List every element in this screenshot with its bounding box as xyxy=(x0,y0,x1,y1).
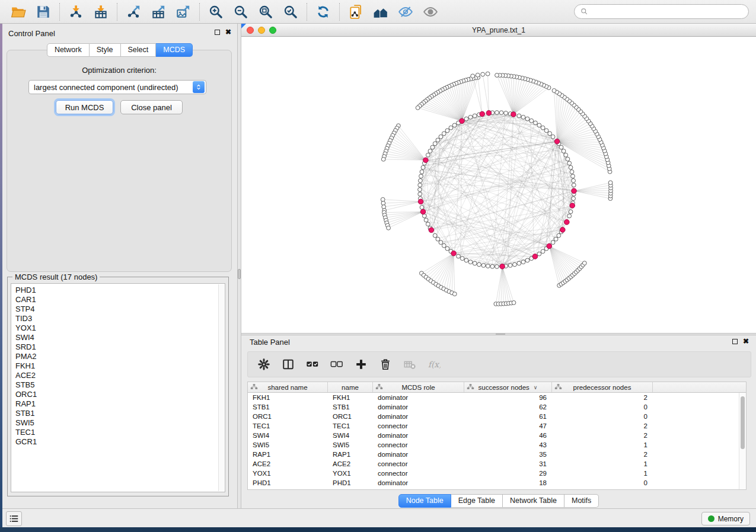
column-label: successor nodes xyxy=(479,384,529,391)
float-panel-icon[interactable] xyxy=(215,30,220,35)
table-cell: PHD1 xyxy=(328,478,373,488)
columns-icon[interactable] xyxy=(282,358,295,371)
list-item[interactable]: TEC1 xyxy=(15,428,225,437)
search-input[interactable] xyxy=(592,8,743,16)
table-row[interactable]: PHD1PHD1dominator180 xyxy=(248,478,746,488)
tab-network[interactable]: Network xyxy=(47,43,90,57)
column-header[interactable]: MCDS role xyxy=(373,382,464,392)
select-all-icon[interactable] xyxy=(306,358,319,371)
zoom-fit-icon[interactable] xyxy=(258,4,273,20)
search-box[interactable] xyxy=(574,4,749,19)
list-item[interactable]: GCR1 xyxy=(15,437,225,447)
close-panel-icon[interactable]: ✖ xyxy=(225,29,231,35)
table-cell: ACE2 xyxy=(328,459,373,469)
table-row[interactable]: SWI4SWI4dominator462 xyxy=(248,431,746,440)
tab-motifs[interactable]: Motifs xyxy=(564,494,599,508)
tab-network-table[interactable]: Network Table xyxy=(503,494,564,508)
import-table-icon[interactable] xyxy=(93,4,109,20)
network-title: YPA_prune.txt_1 xyxy=(241,26,756,34)
table-cell: 0 xyxy=(552,402,653,412)
table-row[interactable]: TEC1TEC1connector472 xyxy=(248,421,746,431)
splitter-grip[interactable] xyxy=(238,269,241,279)
deselect-all-icon[interactable] xyxy=(330,358,343,371)
sort-menu-icon[interactable]: ∨ xyxy=(534,384,538,390)
table-scrollbar[interactable] xyxy=(739,393,746,489)
tab-style[interactable]: Style xyxy=(90,43,121,57)
optimization-criterion-select[interactable]: largest connected component (undirected) xyxy=(28,80,206,94)
column-header[interactable]: shared name xyxy=(248,382,328,392)
run-mcds-button[interactable]: Run MCDS xyxy=(56,100,113,114)
save-icon[interactable] xyxy=(36,4,51,20)
list-item[interactable]: PHD1 xyxy=(15,286,225,295)
table-row[interactable]: STB1STB1dominator620 xyxy=(248,402,746,412)
mcds-scrollbar[interactable] xyxy=(218,284,224,491)
list-item[interactable]: SWI4 xyxy=(15,333,225,342)
import-network-icon[interactable] xyxy=(68,4,84,20)
show-details-icon[interactable] xyxy=(423,4,438,20)
column-header[interactable]: successor nodes∨ xyxy=(464,382,552,392)
tab-mcds[interactable]: MCDS xyxy=(156,43,193,57)
list-item[interactable]: FKH1 xyxy=(15,361,225,371)
delete-icon[interactable] xyxy=(379,358,392,371)
hide-details-icon[interactable] xyxy=(398,4,413,20)
table-row[interactable]: FKH1FKH1dominator962 xyxy=(248,393,746,402)
list-item[interactable]: RAP1 xyxy=(15,399,225,409)
open-file-icon[interactable] xyxy=(11,4,26,20)
zoom-out-icon[interactable] xyxy=(233,4,248,20)
list-item[interactable]: STP4 xyxy=(15,305,225,314)
tab-select[interactable]: Select xyxy=(121,43,157,57)
table-row[interactable]: ORC1ORC1dominator610 xyxy=(248,412,746,421)
list-item[interactable]: PMA2 xyxy=(15,352,225,361)
list-item[interactable]: CAR1 xyxy=(15,295,225,305)
list-item[interactable]: YOX1 xyxy=(15,323,225,333)
memory-button[interactable]: Memory xyxy=(701,512,750,525)
list-item[interactable]: SRD1 xyxy=(15,342,225,352)
delete-table-icon xyxy=(403,358,416,371)
list-item[interactable]: STB5 xyxy=(15,380,225,390)
add-icon[interactable] xyxy=(355,358,368,371)
export-table-icon[interactable] xyxy=(151,4,166,20)
table-cell: dominator xyxy=(373,393,464,402)
table-cell: dominator xyxy=(373,478,464,488)
list-item[interactable]: SWI5 xyxy=(15,418,225,428)
mcds-result-list[interactable]: PHD1CAR1STP4TID3YOX1SWI4SRD1PMA2FKH1ACE2… xyxy=(11,283,225,492)
home-icon[interactable] xyxy=(373,4,388,20)
table-cell: STB1 xyxy=(328,402,373,412)
table-row[interactable]: YOX1YOX1connector291 xyxy=(248,469,746,478)
refresh-icon[interactable] xyxy=(315,4,331,20)
list-item[interactable]: STB1 xyxy=(15,409,225,418)
network-view[interactable] xyxy=(241,37,756,333)
vertical-splitter[interactable] xyxy=(237,24,241,508)
table-row[interactable]: RAP1RAP1dominator352 xyxy=(248,450,746,459)
column-header[interactable]: predecessor nodes xyxy=(552,382,653,392)
float-panel-icon[interactable] xyxy=(732,339,738,344)
table-row[interactable]: ACE2ACE2connector311 xyxy=(248,459,746,469)
node-table[interactable]: shared namenameMCDS rolesuccessor nodes∨… xyxy=(247,382,747,490)
table-cell: SWI5 xyxy=(248,440,328,450)
share-document-icon[interactable] xyxy=(348,4,363,20)
table-row[interactable]: SWI5SWI5connector431 xyxy=(248,440,746,450)
settings-gear-icon[interactable] xyxy=(257,358,270,371)
export-network-icon[interactable] xyxy=(126,4,141,20)
tab-node-table[interactable]: Node Table xyxy=(398,494,451,508)
close-panel-icon[interactable]: ✖ xyxy=(743,338,749,344)
network-titlebar[interactable]: YPA_prune.txt_1 xyxy=(241,24,756,37)
scrollbar-thumb[interactable] xyxy=(741,396,745,449)
tab-edge-table[interactable]: Edge Table xyxy=(451,494,503,508)
column-header[interactable]: name xyxy=(328,382,373,392)
table-cell: 1 xyxy=(552,440,653,450)
list-item[interactable]: ORC1 xyxy=(15,390,225,399)
export-image-icon[interactable] xyxy=(176,4,191,20)
list-item[interactable]: TID3 xyxy=(15,314,225,323)
table-cell: 43 xyxy=(464,440,552,450)
task-history-button[interactable] xyxy=(6,511,22,526)
table-cell: 1 xyxy=(552,469,653,478)
zoom-in-icon[interactable] xyxy=(208,4,224,20)
zoom-selected-icon[interactable] xyxy=(283,4,298,20)
network-window: YPA_prune.txt_1 xyxy=(241,24,756,333)
mcds-result-items: PHD1CAR1STP4TID3YOX1SWI4SRD1PMA2FKH1ACE2… xyxy=(11,284,225,447)
list-item[interactable]: ACE2 xyxy=(15,371,225,380)
close-panel-button[interactable]: Close panel xyxy=(120,100,183,114)
table-cell: 18 xyxy=(464,478,552,488)
table-cell: 35 xyxy=(464,450,552,459)
